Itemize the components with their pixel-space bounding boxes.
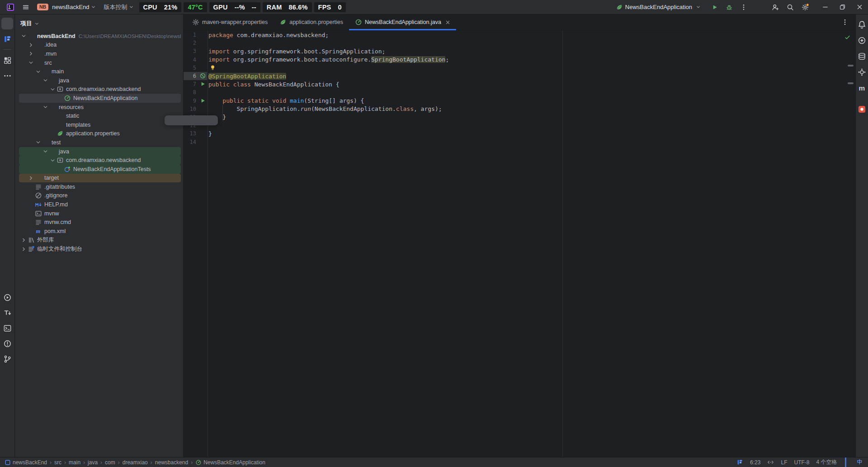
chevron-right-icon[interactable] <box>20 245 27 253</box>
code-area[interactable]: 1package com.dreamxiao.newsbackend;23imp… <box>184 31 855 146</box>
code-line[interactable]: 3import org.springframework.boot.SpringA… <box>184 47 855 55</box>
ai-assistant-button[interactable] <box>856 34 868 46</box>
breadcrumb-item-main[interactable]: main <box>69 459 80 466</box>
chevron-down-icon[interactable] <box>49 157 56 164</box>
tree-item-.mvn[interactable]: .mvn <box>19 49 181 58</box>
code-line[interactable]: 14 <box>184 138 855 146</box>
run-configuration[interactable]: NewsBackEndApplication <box>613 3 703 12</box>
tree-item-mvnw.cmd[interactable]: mvnw.cmd <box>19 218 181 227</box>
tree-item-main[interactable]: main <box>19 67 181 76</box>
ime-indicator[interactable]: 中 <box>853 458 868 466</box>
code-line[interactable]: 7public class NewsBackEndApplication { <box>184 80 855 88</box>
project-tool-window-button[interactable] <box>1 18 13 29</box>
indent-style[interactable]: 4 个空格 <box>816 458 837 466</box>
code-line[interactable]: 4import org.springframework.boot.autocon… <box>184 56 855 64</box>
search-button[interactable] <box>784 1 796 13</box>
tree-item-mvnw[interactable]: mvnw <box>19 209 181 218</box>
code-line[interactable]: 10 SpringApplication.run(NewsBackEndAppl… <box>184 105 855 113</box>
endpoints-tool-window-button[interactable] <box>856 66 868 78</box>
tree-item-target[interactable]: target <box>19 174 181 183</box>
tree-item-src[interactable]: src <box>19 58 181 67</box>
main-menu-button[interactable] <box>20 1 32 13</box>
code-line[interactable]: 6@SpringBootApplication <box>184 72 855 80</box>
project-panel-header[interactable]: 项目 <box>15 14 183 32</box>
tab-application.properties[interactable]: application.properties <box>274 14 349 30</box>
chevron-down-icon[interactable] <box>27 59 34 67</box>
run-class-gutter-icon[interactable] <box>199 72 207 80</box>
chevron-right-icon[interactable] <box>27 174 34 181</box>
tree-item-.gitattributes[interactable]: .gitattributes <box>19 182 181 191</box>
tree-item-.gitignore[interactable]: .gitignore <box>19 191 181 200</box>
breadcrumb-item-newsbackend[interactable]: newsBackEnd <box>5 459 47 466</box>
code-line[interactable]: 8 <box>184 88 855 96</box>
chevron-right-icon[interactable] <box>20 236 27 243</box>
tree-item-help.md[interactable]: HELP.md <box>19 200 181 209</box>
code-line[interactable]: 1package com.dreamxiao.newsbackend; <box>184 31 855 39</box>
tree-item-com.dreamxiao.newsbackend[interactable]: com.dreamxiao.newsbackend <box>19 85 181 94</box>
breadcrumb-item-newsbackendapplication[interactable]: NewsBackEndApplication <box>195 459 265 466</box>
file-encoding[interactable]: UTF-8 <box>794 459 809 466</box>
minimize-button[interactable] <box>816 0 834 14</box>
tree-item-newsbackendapplication[interactable]: NewsBackEndApplication <box>19 94 181 103</box>
run-button[interactable] <box>709 1 721 13</box>
run-gutter-icon[interactable] <box>199 97 207 105</box>
tree-item-static[interactable]: static <box>19 111 181 120</box>
breadcrumb-item-com[interactable]: com <box>105 459 115 466</box>
code-line[interactable]: 13} <box>184 129 855 138</box>
database-tool-window-button[interactable] <box>856 50 868 62</box>
version-control-tool-window-button[interactable] <box>1 353 13 365</box>
code-line[interactable]: 2 <box>184 39 855 47</box>
tree-item-com.dreamxiao.newsbackend[interactable]: com.dreamxiao.newsbackend <box>19 156 181 165</box>
more-tool-windows-button[interactable] <box>1 70 13 81</box>
close-button[interactable] <box>851 0 868 14</box>
plugin-tool-window-button[interactable] <box>856 103 868 115</box>
notifications-button[interactable] <box>856 19 868 30</box>
caret-position[interactable]: 6:23 <box>750 459 760 466</box>
structure-tool-window-button[interactable] <box>1 54 13 66</box>
chevron-right-icon[interactable] <box>27 41 34 48</box>
services-tool-window-button[interactable] <box>1 291 13 303</box>
inspections-ok-icon[interactable] <box>844 34 851 41</box>
problems-tool-window-button[interactable] <box>1 338 13 349</box>
chevron-right-icon[interactable] <box>27 50 34 57</box>
terminal-tool-window-button[interactable] <box>1 322 13 334</box>
tree-item-java[interactable]: java <box>19 76 181 85</box>
tree-item-templates[interactable]: templates <box>19 120 181 129</box>
project-name[interactable]: newsBackEnd <box>52 4 89 10</box>
tree-item-newsbackend[interactable]: newsBackEndC:\Users\DREAMXIAOSHEN\Deskto… <box>19 32 181 41</box>
tab-maven-wrapper.properties[interactable]: maven-wrapper.properties <box>186 14 274 30</box>
tree-item-application.properties[interactable]: application.properties <box>19 129 181 138</box>
chevron-down-icon[interactable] <box>42 104 49 111</box>
run-gutter-icon[interactable] <box>199 81 207 88</box>
translation-tool-window-button[interactable] <box>1 307 13 319</box>
intention-bulb-icon[interactable] <box>209 64 216 71</box>
editor[interactable]: 1package com.dreamxiao.newsbackend;23imp… <box>184 30 855 457</box>
tab-newsbackendapplication.java[interactable]: NewsBackEndApplication.java <box>349 14 456 30</box>
tree-item-.idea[interactable]: .idea <box>19 41 181 50</box>
tab-close-icon[interactable] <box>445 20 450 25</box>
tree-item-外部库[interactable]: 外部库 <box>19 236 181 245</box>
breadcrumb-item-dreamxiao[interactable]: dreamxiao <box>123 459 148 466</box>
vcs-status-icon[interactable] <box>736 459 743 466</box>
tree-item-pom.xml[interactable]: mpom.xml <box>19 227 181 236</box>
chevron-down-icon[interactable] <box>42 148 49 155</box>
breadcrumb-item-newsbackend[interactable]: newsbackend <box>155 459 188 466</box>
debug-button[interactable] <box>723 1 735 13</box>
breadcrumb-item-java[interactable]: java <box>88 459 98 466</box>
chevron-down-icon[interactable] <box>34 139 42 146</box>
chevron-down-icon[interactable] <box>20 33 27 40</box>
commit-tool-window-button[interactable] <box>1 33 13 45</box>
tree-item-newsbackendapplicationtests[interactable]: NewsBackEndApplicationTests <box>19 165 181 174</box>
chevron-down-icon[interactable] <box>42 77 49 84</box>
vcs-widget[interactable]: 版本控制 <box>104 3 127 11</box>
add-user-button[interactable] <box>769 1 781 13</box>
chevron-down-icon[interactable] <box>49 86 56 93</box>
code-line[interactable]: 12 <box>184 121 855 129</box>
settings-button[interactable] <box>799 1 811 13</box>
maximize-button[interactable] <box>834 0 851 14</box>
tab-options-button[interactable] <box>839 16 851 28</box>
code-vision-icon[interactable] <box>767 459 774 466</box>
tree-item-临时文件和控制台[interactable]: 临时文件和控制台 <box>19 244 181 253</box>
tree-item-java[interactable]: java <box>19 147 181 156</box>
tree-item-test[interactable]: test <box>19 138 181 147</box>
